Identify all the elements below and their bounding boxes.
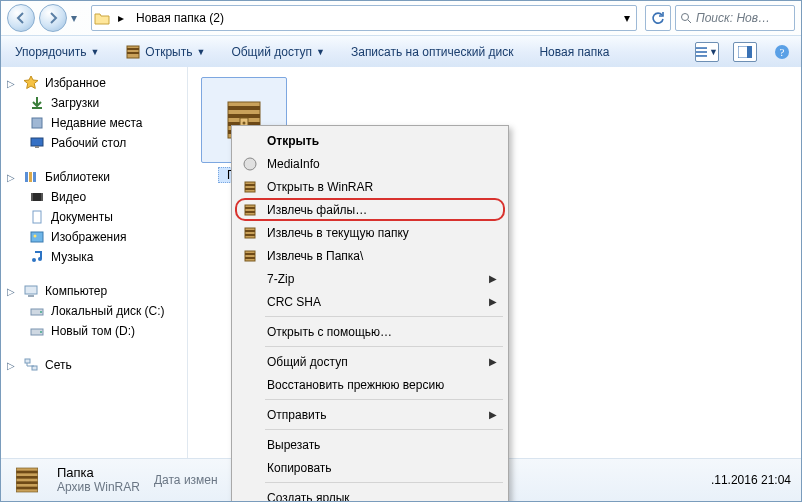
forward-button[interactable] bbox=[39, 4, 67, 32]
svg-point-25 bbox=[38, 257, 42, 261]
preview-pane-button[interactable] bbox=[733, 42, 757, 62]
svg-rect-2 bbox=[127, 48, 139, 50]
search-icon bbox=[680, 12, 692, 24]
ctx-create-shortcut[interactable]: Создать ярлык bbox=[235, 486, 505, 502]
favorites-group: ▷ Избранное Загрузки Недавние места Рабо… bbox=[5, 73, 183, 153]
view-options-button[interactable]: ▼ bbox=[695, 42, 719, 62]
ctx-open-winrar[interactable]: Открыть в WinRAR bbox=[235, 175, 505, 198]
chevron-right-icon: ▷ bbox=[7, 360, 17, 371]
back-button[interactable] bbox=[7, 4, 35, 32]
ctx-share[interactable]: Общий доступ▶ bbox=[235, 350, 505, 373]
chevron-right-icon: ▷ bbox=[7, 286, 17, 297]
svg-rect-6 bbox=[696, 55, 707, 57]
burn-button[interactable]: Записать на оптический диск bbox=[345, 42, 520, 62]
status-file-type: Архив WinRAR bbox=[57, 480, 140, 495]
svg-rect-11 bbox=[32, 107, 42, 109]
ctx-restore[interactable]: Восстановить прежнюю версию bbox=[235, 373, 505, 396]
ctx-7zip[interactable]: 7-Zip▶ bbox=[235, 267, 505, 290]
share-button[interactable]: Общий доступ ▼ bbox=[225, 42, 331, 62]
breadcrumb-sep[interactable]: ▸ bbox=[112, 11, 130, 25]
downloads-icon bbox=[29, 95, 45, 111]
recent-icon bbox=[29, 115, 45, 131]
winrar-icon bbox=[240, 203, 260, 217]
help-icon: ? bbox=[774, 44, 790, 60]
sidebar-favorites[interactable]: ▷ Избранное bbox=[5, 73, 183, 93]
search-placeholder: Поиск: Нов… bbox=[696, 11, 770, 25]
ctx-crcsha[interactable]: CRC SHA▶ bbox=[235, 290, 505, 313]
status-date-key: Дата измен bbox=[154, 473, 218, 488]
ctx-open-with[interactable]: Открыть с помощью… bbox=[235, 320, 505, 343]
search-input[interactable]: Поиск: Нов… bbox=[675, 5, 795, 31]
svg-rect-15 bbox=[25, 172, 28, 182]
ctx-extract-here[interactable]: Извлечь в текущую папку bbox=[235, 221, 505, 244]
svg-rect-48 bbox=[245, 184, 255, 186]
svg-rect-16 bbox=[29, 172, 32, 182]
svg-rect-13 bbox=[31, 138, 43, 146]
svg-rect-56 bbox=[245, 251, 255, 261]
svg-point-31 bbox=[40, 331, 42, 333]
ctx-open[interactable]: Открыть bbox=[235, 129, 505, 152]
sidebar-libraries[interactable]: ▷ Библиотеки bbox=[5, 167, 183, 187]
svg-rect-54 bbox=[245, 230, 255, 232]
svg-rect-58 bbox=[245, 257, 255, 259]
sidebar-item-desktop[interactable]: Рабочий стол bbox=[5, 133, 183, 153]
computer-group: ▷ Компьютер Локальный диск (C:) Новый то… bbox=[5, 281, 183, 341]
documents-icon bbox=[29, 209, 45, 225]
organize-button[interactable]: Упорядочить ▼ bbox=[9, 42, 105, 62]
open-button[interactable]: Открыть ▼ bbox=[119, 41, 211, 63]
winrar-icon bbox=[240, 180, 260, 194]
help-button[interactable]: ? bbox=[771, 43, 793, 61]
svg-rect-52 bbox=[245, 211, 255, 213]
svg-point-29 bbox=[40, 311, 42, 313]
svg-rect-8 bbox=[747, 46, 752, 58]
breadcrumb[interactable]: Новая папка (2) bbox=[130, 11, 230, 25]
disk-icon bbox=[29, 323, 45, 339]
ctx-extract-to[interactable]: Извлечь в Папка\ bbox=[235, 244, 505, 267]
sidebar-item-music[interactable]: Музыка bbox=[5, 247, 183, 267]
toolbar: Упорядочить ▼ Открыть ▼ Общий доступ ▼ З… bbox=[1, 35, 801, 69]
titlebar: ▾ ▸ Новая папка (2) ▾ Поиск: Нов… bbox=[1, 1, 801, 35]
nav-pane: ▷ Избранное Загрузки Недавние места Рабо… bbox=[1, 67, 188, 459]
ctx-extract-files[interactable]: Извлечь файлы… bbox=[235, 198, 505, 221]
svg-text:?: ? bbox=[780, 46, 785, 58]
arrow-right-icon bbox=[47, 12, 59, 24]
sidebar-item-documents[interactable]: Документы bbox=[5, 207, 183, 227]
network-group: ▷ Сеть bbox=[5, 355, 183, 375]
submenu-arrow-icon: ▶ bbox=[489, 356, 497, 367]
desktop-icon bbox=[29, 135, 45, 151]
sidebar-item-pictures[interactable]: Изображения bbox=[5, 227, 183, 247]
refresh-icon bbox=[651, 11, 665, 25]
music-icon bbox=[29, 249, 45, 265]
winrar-icon bbox=[125, 44, 141, 60]
sidebar-item-downloads[interactable]: Загрузки bbox=[5, 93, 183, 113]
ctx-cut[interactable]: Вырезать bbox=[235, 433, 505, 456]
sidebar-item-disk-d[interactable]: Новый том (D:) bbox=[5, 321, 183, 341]
sidebar-item-recent[interactable]: Недавние места bbox=[5, 113, 183, 133]
nav-history-dropdown[interactable]: ▾ bbox=[71, 11, 83, 25]
submenu-arrow-icon: ▶ bbox=[489, 409, 497, 420]
svg-rect-53 bbox=[245, 228, 255, 238]
ctx-mediainfo[interactable]: MediaInfo bbox=[235, 152, 505, 175]
svg-rect-3 bbox=[127, 52, 139, 54]
disk-icon bbox=[29, 303, 45, 319]
svg-rect-22 bbox=[31, 232, 43, 242]
chevron-right-icon: ▷ bbox=[7, 78, 17, 89]
refresh-button[interactable] bbox=[645, 5, 671, 31]
status-file-name: Папка bbox=[57, 465, 140, 480]
winrar-icon bbox=[240, 249, 260, 263]
new-folder-button[interactable]: Новая папка bbox=[533, 42, 615, 62]
sidebar-network[interactable]: ▷ Сеть bbox=[5, 355, 183, 375]
sidebar-computer[interactable]: ▷ Компьютер bbox=[5, 281, 183, 301]
sidebar-item-disk-c[interactable]: Локальный диск (C:) bbox=[5, 301, 183, 321]
sidebar-item-videos[interactable]: Видео bbox=[5, 187, 183, 207]
address-dropdown[interactable]: ▾ bbox=[618, 11, 636, 25]
address-bar[interactable]: ▸ Новая папка (2) ▾ bbox=[91, 5, 637, 31]
winrar-icon bbox=[240, 226, 260, 240]
mediainfo-icon bbox=[240, 157, 260, 171]
svg-rect-35 bbox=[228, 106, 260, 110]
pictures-icon bbox=[29, 229, 45, 245]
ctx-copy[interactable]: Копировать bbox=[235, 456, 505, 479]
svg-rect-21 bbox=[33, 211, 41, 223]
ctx-send-to[interactable]: Отправить▶ bbox=[235, 403, 505, 426]
svg-rect-36 bbox=[228, 114, 260, 118]
